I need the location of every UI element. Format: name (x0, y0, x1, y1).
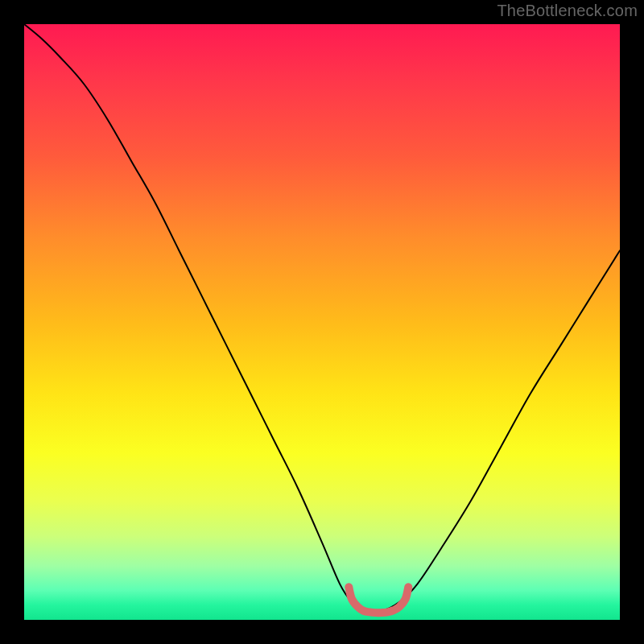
plot-area (24, 24, 620, 620)
chart-frame: TheBottleneck.com (0, 0, 644, 644)
watermark-text: TheBottleneck.com (497, 2, 638, 20)
gradient-background (24, 24, 620, 620)
chart-svg (24, 24, 620, 620)
